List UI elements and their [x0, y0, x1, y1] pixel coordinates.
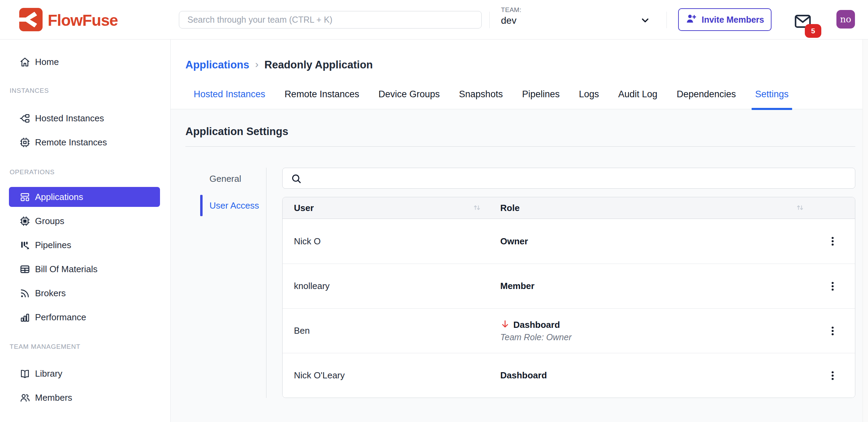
sidebar-item-label: Applications — [35, 192, 83, 202]
topbar-divider — [489, 12, 490, 28]
sort-icon[interactable] — [472, 203, 482, 213]
tab-pipelines[interactable]: Pipelines — [522, 89, 560, 109]
sidebar-item-label: Library — [35, 368, 62, 379]
flowfuse-wordmark: FlowFuse — [48, 11, 118, 30]
invite-members-label: Invite Members — [701, 15, 764, 25]
tab-dependencies[interactable]: Dependencies — [677, 89, 736, 109]
groups-icon — [19, 215, 31, 227]
notification-count-badge: 5 — [805, 24, 821, 38]
team-search-input[interactable] — [179, 11, 482, 29]
flowfuse-app: FlowFuse TEAM: dev Invite Members — [0, 0, 868, 422]
sort-icon[interactable] — [795, 203, 805, 213]
team-role-note: Team Role: Owner — [500, 332, 572, 342]
table-row: knolleary Member — [283, 264, 855, 308]
sidebar-item-hosted-instances[interactable]: Hosted Instances — [0, 106, 170, 130]
sidebar-item-groups[interactable]: Groups — [0, 209, 170, 233]
notifications-button[interactable]: 5 — [793, 12, 817, 36]
role-downgrade-arrow-icon — [500, 319, 510, 330]
subnav-item-general[interactable]: General — [185, 170, 266, 187]
sidebar-item-label: Performance — [35, 312, 86, 323]
main-content: Applications › Readonly Application Host… — [171, 40, 863, 422]
kebab-menu-icon[interactable] — [825, 277, 840, 296]
section-divider — [185, 146, 855, 147]
section-title: Application Settings — [185, 125, 855, 138]
pipelines-icon — [19, 240, 31, 251]
avatar-initials: no — [840, 14, 851, 24]
invite-members-button[interactable]: Invite Members — [678, 8, 772, 31]
tab-audit-log[interactable]: Audit Log — [618, 89, 658, 109]
home-icon — [19, 56, 31, 68]
sidebar-item-pipelines[interactable]: Pipelines — [0, 233, 170, 257]
chevron-down-icon[interactable] — [639, 14, 651, 26]
breadcrumb: Applications › Readonly Application — [171, 59, 863, 71]
subnav-item-user-access[interactable]: User Access — [185, 197, 266, 214]
sidebar-section-instances: INSTANCES — [0, 86, 170, 96]
sidebar-item-applications[interactable]: Applications — [9, 187, 160, 207]
team-label: TEAM: — [501, 6, 659, 14]
table-header: User Role — [283, 197, 855, 219]
tab-snapshots[interactable]: Snapshots — [459, 89, 503, 109]
sidebar-item-members[interactable]: Members — [0, 386, 170, 410]
table-row: Nick O'Leary Dashboard — [283, 353, 855, 398]
user-role: Owner — [500, 236, 528, 247]
application-tabs: Hosted Instances Remote Instances Device… — [171, 89, 863, 109]
search-icon — [290, 173, 302, 185]
sidebar-item-remote-instances[interactable]: Remote Instances — [0, 130, 170, 154]
user-role: Dashboard — [500, 370, 547, 381]
tab-hosted-instances[interactable]: Hosted Instances — [194, 89, 265, 109]
user-name: knolleary — [294, 281, 330, 291]
sidebar-item-label: Home — [35, 57, 59, 67]
user-name: Ben — [294, 325, 310, 336]
sidebar-item-label: Remote Instances — [35, 137, 107, 148]
tab-logs[interactable]: Logs — [579, 89, 599, 109]
user-access-table: User Role — [282, 197, 855, 398]
user-access-panel: User Role — [282, 168, 855, 398]
topbar: FlowFuse TEAM: dev Invite Members — [0, 0, 868, 40]
sidebar-item-library[interactable]: Library — [0, 362, 170, 386]
page-scrollbar[interactable] — [863, 40, 868, 422]
user-name: Nick O — [294, 236, 321, 247]
sidebar-section-team-management: TEAM MANAGEMENT — [0, 342, 170, 352]
applications-icon — [19, 191, 31, 203]
column-header-user: User — [294, 203, 314, 213]
sidebar-item-brokers[interactable]: Brokers — [0, 281, 170, 305]
sidebar-item-performance[interactable]: Performance — [0, 305, 170, 329]
settings-content: Application Settings General User Access — [171, 109, 863, 422]
column-header-role: Role — [500, 203, 519, 213]
flowfuse-logo[interactable]: FlowFuse — [19, 8, 118, 33]
user-search-input[interactable] — [307, 168, 851, 188]
team-selector[interactable]: TEAM: dev — [501, 6, 659, 34]
members-icon — [19, 392, 31, 403]
remote-instances-icon — [19, 137, 31, 148]
kebab-menu-icon[interactable] — [825, 321, 840, 341]
sidebar: Home INSTANCES Hosted Instances Remote I… — [0, 40, 171, 422]
topbar-divider — [666, 12, 667, 28]
sidebar-section-operations: OPERATIONS — [0, 167, 170, 177]
kebab-menu-icon[interactable] — [825, 232, 840, 251]
bill-of-materials-icon — [19, 264, 31, 275]
sidebar-item-home[interactable]: Home — [0, 50, 170, 74]
user-role: Dashboard — [513, 320, 560, 330]
user-name: Nick O'Leary — [294, 370, 345, 381]
table-row: Ben Dashboard — [283, 308, 855, 353]
kebab-menu-icon[interactable] — [825, 366, 840, 385]
team-name: dev — [501, 15, 659, 26]
flowfuse-logo-icon — [19, 8, 43, 33]
user-plus-icon — [685, 13, 697, 26]
breadcrumb-applications-link[interactable]: Applications — [185, 59, 249, 71]
avatar[interactable]: no — [836, 10, 855, 29]
user-role: Member — [500, 281, 535, 291]
tab-remote-instances[interactable]: Remote Instances — [285, 89, 359, 109]
page-title: Readonly Application — [264, 59, 373, 71]
sidebar-item-label: Brokers — [35, 288, 66, 299]
performance-icon — [19, 312, 31, 323]
sidebar-item-label: Members — [35, 392, 72, 403]
library-icon — [19, 368, 31, 379]
tab-settings[interactable]: Settings — [755, 89, 789, 109]
sidebar-item-bill-of-materials[interactable]: Bill Of Materials — [0, 257, 170, 281]
table-row: Nick O Owner — [283, 219, 855, 264]
breadcrumb-separator-icon: › — [255, 58, 259, 70]
brokers-icon — [19, 288, 31, 299]
tab-device-groups[interactable]: Device Groups — [378, 89, 440, 109]
sidebar-item-label: Pipelines — [35, 240, 71, 251]
